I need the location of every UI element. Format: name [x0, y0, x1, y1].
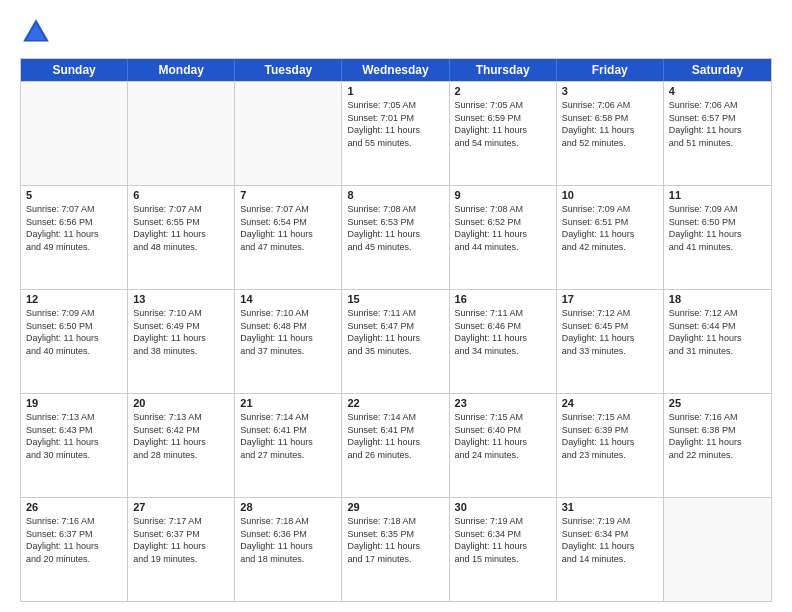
calendar-cell: 11Sunrise: 7:09 AM Sunset: 6:50 PM Dayli…: [664, 186, 771, 289]
calendar-cell: 29Sunrise: 7:18 AM Sunset: 6:35 PM Dayli…: [342, 498, 449, 601]
weekday-header: Friday: [557, 59, 664, 81]
cell-text: Sunrise: 7:07 AM Sunset: 6:54 PM Dayligh…: [240, 203, 336, 253]
day-number: 18: [669, 293, 766, 305]
day-number: 28: [240, 501, 336, 513]
cell-text: Sunrise: 7:18 AM Sunset: 6:35 PM Dayligh…: [347, 515, 443, 565]
calendar-cell: 13Sunrise: 7:10 AM Sunset: 6:49 PM Dayli…: [128, 290, 235, 393]
calendar-cell: 3Sunrise: 7:06 AM Sunset: 6:58 PM Daylig…: [557, 82, 664, 185]
calendar-cell: 26Sunrise: 7:16 AM Sunset: 6:37 PM Dayli…: [21, 498, 128, 601]
day-number: 29: [347, 501, 443, 513]
weekday-header: Saturday: [664, 59, 771, 81]
day-number: 17: [562, 293, 658, 305]
day-number: 6: [133, 189, 229, 201]
calendar-header: SundayMondayTuesdayWednesdayThursdayFrid…: [21, 59, 771, 81]
cell-text: Sunrise: 7:10 AM Sunset: 6:48 PM Dayligh…: [240, 307, 336, 357]
cell-text: Sunrise: 7:13 AM Sunset: 6:43 PM Dayligh…: [26, 411, 122, 461]
cell-text: Sunrise: 7:08 AM Sunset: 6:52 PM Dayligh…: [455, 203, 551, 253]
day-number: 7: [240, 189, 336, 201]
cell-text: Sunrise: 7:11 AM Sunset: 6:46 PM Dayligh…: [455, 307, 551, 357]
calendar-cell: 21Sunrise: 7:14 AM Sunset: 6:41 PM Dayli…: [235, 394, 342, 497]
calendar-cell: 10Sunrise: 7:09 AM Sunset: 6:51 PM Dayli…: [557, 186, 664, 289]
cell-text: Sunrise: 7:15 AM Sunset: 6:40 PM Dayligh…: [455, 411, 551, 461]
page: SundayMondayTuesdayWednesdayThursdayFrid…: [0, 0, 792, 612]
logo: [20, 16, 58, 48]
calendar-row: 26Sunrise: 7:16 AM Sunset: 6:37 PM Dayli…: [21, 497, 771, 601]
cell-text: Sunrise: 7:09 AM Sunset: 6:50 PM Dayligh…: [26, 307, 122, 357]
calendar-cell: 6Sunrise: 7:07 AM Sunset: 6:55 PM Daylig…: [128, 186, 235, 289]
calendar-cell: 22Sunrise: 7:14 AM Sunset: 6:41 PM Dayli…: [342, 394, 449, 497]
day-number: 1: [347, 85, 443, 97]
calendar-cell: 27Sunrise: 7:17 AM Sunset: 6:37 PM Dayli…: [128, 498, 235, 601]
cell-text: Sunrise: 7:10 AM Sunset: 6:49 PM Dayligh…: [133, 307, 229, 357]
cell-text: Sunrise: 7:19 AM Sunset: 6:34 PM Dayligh…: [455, 515, 551, 565]
day-number: 3: [562, 85, 658, 97]
day-number: 20: [133, 397, 229, 409]
day-number: 12: [26, 293, 122, 305]
day-number: 5: [26, 189, 122, 201]
calendar-cell: 1Sunrise: 7:05 AM Sunset: 7:01 PM Daylig…: [342, 82, 449, 185]
cell-text: Sunrise: 7:07 AM Sunset: 6:56 PM Dayligh…: [26, 203, 122, 253]
calendar-cell: 15Sunrise: 7:11 AM Sunset: 6:47 PM Dayli…: [342, 290, 449, 393]
cell-text: Sunrise: 7:12 AM Sunset: 6:44 PM Dayligh…: [669, 307, 766, 357]
weekday-header: Thursday: [450, 59, 557, 81]
calendar-cell: 14Sunrise: 7:10 AM Sunset: 6:48 PM Dayli…: [235, 290, 342, 393]
calendar-cell: 18Sunrise: 7:12 AM Sunset: 6:44 PM Dayli…: [664, 290, 771, 393]
cell-text: Sunrise: 7:18 AM Sunset: 6:36 PM Dayligh…: [240, 515, 336, 565]
cell-text: Sunrise: 7:05 AM Sunset: 7:01 PM Dayligh…: [347, 99, 443, 149]
cell-text: Sunrise: 7:12 AM Sunset: 6:45 PM Dayligh…: [562, 307, 658, 357]
calendar-cell: 30Sunrise: 7:19 AM Sunset: 6:34 PM Dayli…: [450, 498, 557, 601]
calendar-cell: 24Sunrise: 7:15 AM Sunset: 6:39 PM Dayli…: [557, 394, 664, 497]
day-number: 4: [669, 85, 766, 97]
weekday-header: Tuesday: [235, 59, 342, 81]
day-number: 27: [133, 501, 229, 513]
calendar-cell: 2Sunrise: 7:05 AM Sunset: 6:59 PM Daylig…: [450, 82, 557, 185]
calendar-cell: 16Sunrise: 7:11 AM Sunset: 6:46 PM Dayli…: [450, 290, 557, 393]
day-number: 31: [562, 501, 658, 513]
day-number: 24: [562, 397, 658, 409]
weekday-header: Monday: [128, 59, 235, 81]
calendar-cell: 8Sunrise: 7:08 AM Sunset: 6:53 PM Daylig…: [342, 186, 449, 289]
day-number: 8: [347, 189, 443, 201]
calendar-cell: [664, 498, 771, 601]
cell-text: Sunrise: 7:09 AM Sunset: 6:50 PM Dayligh…: [669, 203, 766, 253]
day-number: 11: [669, 189, 766, 201]
calendar-cell: 20Sunrise: 7:13 AM Sunset: 6:42 PM Dayli…: [128, 394, 235, 497]
calendar-cell: 5Sunrise: 7:07 AM Sunset: 6:56 PM Daylig…: [21, 186, 128, 289]
calendar-row: 19Sunrise: 7:13 AM Sunset: 6:43 PM Dayli…: [21, 393, 771, 497]
header: [20, 16, 772, 48]
day-number: 26: [26, 501, 122, 513]
cell-text: Sunrise: 7:06 AM Sunset: 6:57 PM Dayligh…: [669, 99, 766, 149]
day-number: 25: [669, 397, 766, 409]
day-number: 10: [562, 189, 658, 201]
calendar-row: 1Sunrise: 7:05 AM Sunset: 7:01 PM Daylig…: [21, 81, 771, 185]
day-number: 23: [455, 397, 551, 409]
day-number: 14: [240, 293, 336, 305]
calendar-cell: 19Sunrise: 7:13 AM Sunset: 6:43 PM Dayli…: [21, 394, 128, 497]
calendar-cell: 4Sunrise: 7:06 AM Sunset: 6:57 PM Daylig…: [664, 82, 771, 185]
calendar-cell: 17Sunrise: 7:12 AM Sunset: 6:45 PM Dayli…: [557, 290, 664, 393]
day-number: 9: [455, 189, 551, 201]
day-number: 2: [455, 85, 551, 97]
cell-text: Sunrise: 7:08 AM Sunset: 6:53 PM Dayligh…: [347, 203, 443, 253]
cell-text: Sunrise: 7:05 AM Sunset: 6:59 PM Dayligh…: [455, 99, 551, 149]
cell-text: Sunrise: 7:19 AM Sunset: 6:34 PM Dayligh…: [562, 515, 658, 565]
calendar-cell: 12Sunrise: 7:09 AM Sunset: 6:50 PM Dayli…: [21, 290, 128, 393]
cell-text: Sunrise: 7:16 AM Sunset: 6:37 PM Dayligh…: [26, 515, 122, 565]
calendar-row: 12Sunrise: 7:09 AM Sunset: 6:50 PM Dayli…: [21, 289, 771, 393]
day-number: 19: [26, 397, 122, 409]
day-number: 15: [347, 293, 443, 305]
day-number: 13: [133, 293, 229, 305]
cell-text: Sunrise: 7:15 AM Sunset: 6:39 PM Dayligh…: [562, 411, 658, 461]
calendar-row: 5Sunrise: 7:07 AM Sunset: 6:56 PM Daylig…: [21, 185, 771, 289]
calendar-cell: [21, 82, 128, 185]
calendar-cell: [235, 82, 342, 185]
calendar: SundayMondayTuesdayWednesdayThursdayFrid…: [20, 58, 772, 602]
calendar-body: 1Sunrise: 7:05 AM Sunset: 7:01 PM Daylig…: [21, 81, 771, 601]
day-number: 22: [347, 397, 443, 409]
calendar-cell: 31Sunrise: 7:19 AM Sunset: 6:34 PM Dayli…: [557, 498, 664, 601]
calendar-cell: 25Sunrise: 7:16 AM Sunset: 6:38 PM Dayli…: [664, 394, 771, 497]
calendar-cell: 28Sunrise: 7:18 AM Sunset: 6:36 PM Dayli…: [235, 498, 342, 601]
cell-text: Sunrise: 7:14 AM Sunset: 6:41 PM Dayligh…: [347, 411, 443, 461]
weekday-header: Wednesday: [342, 59, 449, 81]
day-number: 30: [455, 501, 551, 513]
